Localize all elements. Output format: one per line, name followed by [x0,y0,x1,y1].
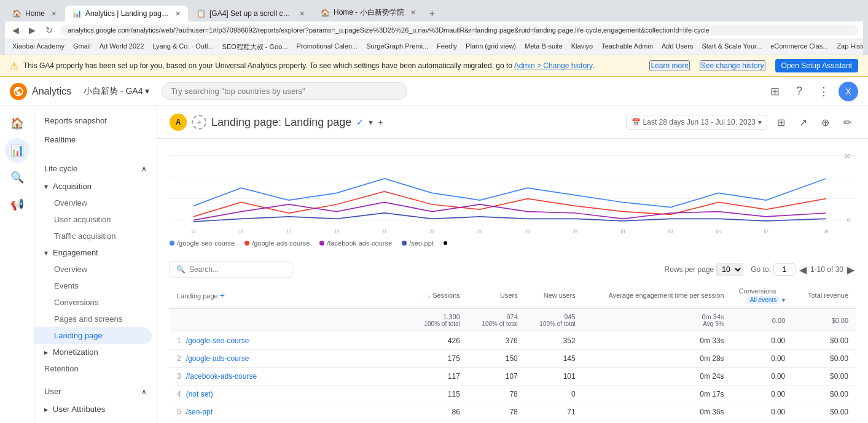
col-header-sessions[interactable]: ↓ Sessions [410,282,467,309]
legend-item-seo-ppt[interactable]: /seo-ppt [402,239,434,247]
all-events-badge[interactable]: All events [746,296,780,304]
prev-page-button[interactable]: ◀ [798,263,808,277]
user-attributes-header[interactable]: ▸ User Attributes [34,401,157,417]
bookmark-gmail[interactable]: Gmail [71,41,93,53]
title-dropdown-icon[interactable]: ▾ [369,117,373,127]
back-button[interactable]: ◀ [10,24,22,36]
page-link-3[interactable]: (not set) [186,390,213,398]
more-options-icon[interactable]: ⋮ [814,82,834,101]
goto-page-input[interactable] [773,263,796,276]
col-header-conversions[interactable]: Conversions All events ▾ [732,282,793,309]
add-comparison-button[interactable]: + [192,115,206,130]
sidebar-item-pages-screens[interactable]: Pages and screens [34,311,152,327]
sidebar-item-reports-snapshot[interactable]: Reports snapshot [34,111,152,130]
reload-button[interactable]: ↻ [43,24,55,36]
admin-link[interactable]: Admin > Change history [514,61,593,70]
edit-icon[interactable]: ✏ [839,114,856,131]
bookmark-feedly[interactable]: Feedly [434,41,459,53]
tech-header[interactable]: ▸ Tech [34,417,157,423]
help-icon[interactable]: ? [789,82,809,101]
table-view-icon[interactable]: ⊞ [772,114,789,131]
see-change-history-button[interactable]: See change history [700,60,765,71]
conversions-dropdown-icon[interactable]: ▾ [782,297,785,303]
tab-close[interactable]: ✕ [299,10,305,18]
calendar-icon: 📅 [631,118,641,126]
bookmark-adworld[interactable]: Ad World 2022 [97,41,147,53]
date-range-picker[interactable]: 📅 Last 28 days Jun 13 - Jul 10, 2023 ▾ [626,115,767,130]
legend-item-google-seo[interactable]: /google-seo-course [170,239,235,247]
address-input[interactable] [60,25,858,36]
bookmark-lyang[interactable]: Lyang & Co. - Outl... [150,41,216,53]
next-page-button[interactable]: ▶ [846,263,856,277]
bookmark-klaviyo[interactable]: Klaviyo [569,41,595,53]
bookmark-teachable[interactable]: Teachable Admin [599,41,655,53]
bookmark-promo[interactable]: Promotional Calen... [294,41,361,53]
legend-item-extra[interactable] [444,239,447,247]
col-header-new-users[interactable]: New users [525,282,583,309]
sidebar-item-realtime[interactable]: Realtime [34,130,152,149]
learn-more-button[interactable]: Learn more [649,60,689,71]
compare-icon[interactable]: ⊕ [816,114,834,131]
sidebar-item-engagement-overview[interactable]: Overview [34,261,152,277]
sidebar-item-acquisition-overview[interactable]: Overview [34,195,152,211]
sidebar-item-landing-page[interactable]: Landing page [34,327,152,344]
rail-explore-icon[interactable]: 🔍 [5,165,29,190]
sidebar-item-conversions[interactable]: Conversions [34,294,152,311]
tab-close[interactable]: ✕ [51,10,57,18]
add-column-button[interactable]: + [220,290,225,300]
bookmark-plann[interactable]: Plann (grid view) [463,41,518,53]
page-link-4[interactable]: /seo-ppt [186,408,213,416]
acquisition-header[interactable]: ▾ Acquisition [34,178,157,195]
rail-reports-icon[interactable]: 📊 [5,138,29,163]
bookmark-zap[interactable]: Zap History [834,41,863,53]
table-search-input[interactable] [189,265,281,274]
summary-avg-engagement: 0m 34s Avg 9% [583,309,732,332]
legend-item-facebook-ads[interactable]: /facebook-ads-course [319,239,392,247]
page-link-0[interactable]: /google-seo-course [186,336,249,345]
bookmark-seo[interactable]: SEO程程大叔 - Goo... [220,41,291,53]
sidebar-item-retention[interactable]: Retention [34,360,152,377]
sidebar-item-events[interactable]: Events [34,277,152,294]
share-icon[interactable]: ↗ [794,114,811,131]
col-header-revenue[interactable]: Total revenue [792,282,856,309]
title-add-icon[interactable]: + [378,117,383,127]
page-link-1[interactable]: /google-ads-course [186,354,249,363]
grid-icon[interactable]: ⊞ [765,82,784,101]
open-setup-assistant-button[interactable]: Open Setup Assistant [775,59,858,72]
bookmark-meta[interactable]: Meta B-suite [522,41,565,53]
bookmark-startscale[interactable]: Start & Scale Your... [699,41,764,53]
forward-button[interactable]: ▶ [26,24,38,36]
col-header-avg-engagement[interactable]: Average engagement time per session [583,282,732,309]
rail-home-icon[interactable]: 🏠 [5,111,29,136]
tab-close[interactable]: ✕ [410,9,416,17]
sidebar-item-traffic-acquisition[interactable]: Traffic acquisition [34,228,152,244]
bookmark-xiaobai[interactable]: Xiaobai Academy [10,41,67,53]
tab-ga4[interactable]: 📋 [GA4] Set up a scroll convers... ✕ [189,6,312,21]
new-tab-button[interactable]: + [424,6,440,21]
user-section-header[interactable]: User ∧ [34,382,157,401]
engagement-header[interactable]: ▾ Engagement [34,244,157,261]
col-header-users[interactable]: Users [467,282,525,309]
cell-sessions-1: 175 [410,350,467,368]
tab-home[interactable]: 🏠 Home ✕ [5,6,64,21]
page-link-2[interactable]: /facebook-ads-course [186,372,257,381]
global-search-input[interactable] [162,82,407,100]
sidebar-item-user-acquisition[interactable]: User acquisition [34,211,152,228]
report-author-avatar[interactable]: A [170,114,187,131]
rows-per-page-select[interactable]: 10 25 50 [716,263,743,276]
monetization-header[interactable]: ▸ Monetization [34,344,157,360]
lifecycle-section-header[interactable]: Life cycle ∧ [34,159,157,178]
col-header-landing-page[interactable]: Landing page + [170,282,410,309]
cell-users-0: 376 [467,332,525,350]
user-avatar[interactable]: X [839,82,858,101]
tab-home2[interactable]: 🏠 Home - 小白新势学院 ✕ [313,4,423,21]
tab-close[interactable]: ✕ [175,10,181,18]
rail-advertising-icon[interactable]: 📢 [5,192,29,217]
property-selector[interactable]: 小白新势 - GA4 ▾ [79,83,154,99]
bookmark-addusers[interactable]: Add Users [659,41,695,53]
cell-avg-5: 0m 56s [583,421,732,424]
bookmark-ecommerce[interactable]: eCommerce Clas... [768,41,831,53]
legend-item-google-ads[interactable]: /google-ads-course [244,239,310,247]
bookmark-surge[interactable]: SurgeGraph Premi... [364,41,431,53]
tab-analytics[interactable]: 📊 Analytics | Landing page: Landi... ✕ [65,6,188,21]
